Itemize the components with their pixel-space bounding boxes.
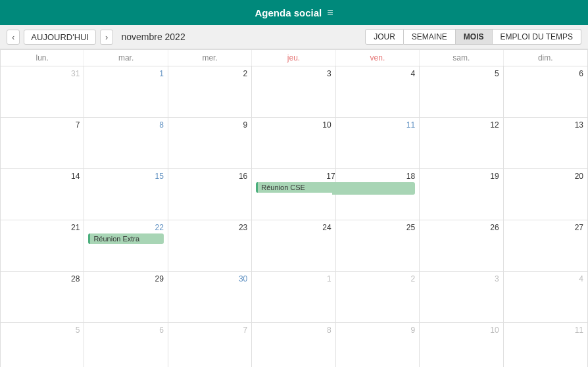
cell-nov3[interactable]: 3	[252, 66, 335, 118]
cell-nov17[interactable]: 17 Réunion CSE	[252, 169, 335, 220]
header-mar: mar.	[84, 50, 168, 66]
header-dim: dim.	[504, 50, 587, 66]
header-lun: lun.	[1, 50, 84, 66]
cell-nov24[interactable]: 24	[252, 220, 335, 272]
cell-nov6[interactable]: 6	[504, 66, 587, 118]
cell-nov25[interactable]: 25	[336, 220, 420, 272]
calendar: lun. mar. mer. jeu. ven. sam. dim. 31 1 …	[0, 49, 588, 367]
header-ven: ven.	[336, 50, 420, 66]
event-reunion-cse[interactable]: Réunion CSE	[256, 182, 335, 193]
cell-nov11[interactable]: 11	[336, 118, 420, 169]
cell-nov26[interactable]: 26	[420, 220, 503, 272]
app-header: Agenda social ≡	[0, 0, 588, 25]
cell-nov22[interactable]: 22 Réunion Extra	[84, 220, 168, 272]
event-reunion-extra[interactable]: Réunion Extra	[88, 233, 163, 244]
view-btn-semaine[interactable]: SEMAINE	[404, 29, 456, 45]
cell-dec9[interactable]: 9	[336, 323, 420, 367]
view-buttons: JOUR SEMAINE MOIS EMPLOI DU TEMPS	[365, 29, 581, 45]
cell-nov30[interactable]: 30	[168, 272, 252, 323]
cell-nov8[interactable]: 8	[84, 118, 168, 169]
header-mer: mer.	[168, 50, 252, 66]
cell-nov1[interactable]: 1	[84, 66, 168, 118]
cell-dec4[interactable]: 4	[504, 272, 587, 323]
day-headers: lun. mar. mer. jeu. ven. sam. dim.	[1, 50, 587, 66]
view-btn-jour[interactable]: JOUR	[365, 29, 404, 45]
cell-nov23[interactable]: 23	[168, 220, 252, 272]
cell-dec8[interactable]: 8	[252, 323, 335, 367]
app-title: Agenda social	[255, 7, 322, 18]
today-button[interactable]: AUJOURD'HUI	[24, 30, 96, 45]
cell-nov28[interactable]: 28	[1, 272, 84, 323]
cell-nov18[interactable]: 18 ...	[336, 169, 420, 220]
cell-nov5[interactable]: 5	[420, 66, 503, 118]
next-button[interactable]: ›	[100, 30, 113, 45]
cell-nov2[interactable]: 2	[168, 66, 252, 118]
cell-dec5[interactable]: 5	[1, 323, 84, 367]
cell-nov20[interactable]: 20	[504, 169, 587, 220]
prev-button[interactable]: ‹	[7, 30, 20, 45]
cell-nov10[interactable]: 10	[252, 118, 335, 169]
calendar-grid: 31 1 2 3 4 5 6 7 8 9 10 11 12 13 14 15 1…	[1, 66, 587, 367]
cell-nov27[interactable]: 27	[504, 220, 587, 272]
cell-dec3[interactable]: 3	[420, 272, 503, 323]
cell-nov16[interactable]: 16	[168, 169, 252, 220]
header-jeu: jeu.	[252, 50, 335, 66]
menu-icon[interactable]: ≡	[327, 7, 333, 18]
header-sam: sam.	[420, 50, 503, 66]
view-btn-emploi[interactable]: EMPLOI DU TEMPS	[493, 29, 581, 45]
cell-nov19[interactable]: 19	[420, 169, 503, 220]
cell-nov15[interactable]: 15	[84, 169, 168, 220]
cell-nov9[interactable]: 9	[168, 118, 252, 169]
cell-dec2[interactable]: 2	[336, 272, 420, 323]
cell-dec7[interactable]: 7	[168, 323, 252, 367]
cell-nov4[interactable]: 4	[336, 66, 420, 118]
cell-nov14[interactable]: 14	[1, 169, 84, 220]
cell-dec10[interactable]: 10	[420, 323, 503, 367]
toolbar: ‹ AUJOURD'HUI › novembre 2022 JOUR SEMAI…	[0, 25, 588, 49]
cell-oct31[interactable]: 31	[1, 66, 84, 118]
cell-nov29[interactable]: 29	[84, 272, 168, 323]
cell-nov12[interactable]: 12	[420, 118, 503, 169]
cell-nov7[interactable]: 7	[1, 118, 84, 169]
cell-dec6[interactable]: 6	[84, 323, 168, 367]
cell-nov13[interactable]: 13	[504, 118, 587, 169]
view-btn-mois[interactable]: MOIS	[456, 29, 493, 45]
cell-dec1[interactable]: 1	[252, 272, 335, 323]
month-label: novembre 2022	[121, 32, 361, 42]
cell-nov21[interactable]: 21	[1, 220, 84, 272]
cell-dec11[interactable]: 11	[504, 323, 587, 367]
